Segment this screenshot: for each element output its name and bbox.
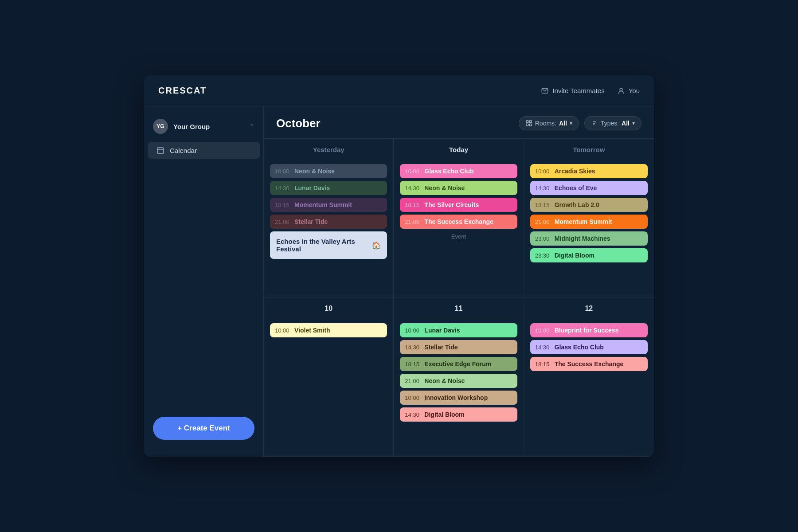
types-chevron-icon: ▾ xyxy=(632,120,635,126)
main-layout: YG Your Group ⌃ Calendar + Create Event … xyxy=(144,106,654,457)
sidebar-item-calendar[interactable]: Calendar xyxy=(148,142,260,159)
list-item[interactable]: 18:15 Executive Edge Forum xyxy=(400,357,517,371)
group-selector[interactable]: YG Your Group ⌃ xyxy=(144,114,263,138)
list-item[interactable]: 21:00 Momentum Summit xyxy=(530,215,648,229)
mail-icon xyxy=(541,87,549,95)
calendar-filters: Rooms: All ▾ Types: All ▾ xyxy=(519,116,642,130)
calendar-icon xyxy=(156,146,164,154)
today-col: Today 10:00 Glass Echo Club 14:30 Neon &… xyxy=(394,139,524,297)
sidebar-item-label: Calendar xyxy=(170,147,197,154)
rooms-filter[interactable]: Rooms: All ▾ xyxy=(519,116,579,130)
svg-rect-9 xyxy=(529,124,532,126)
svg-rect-2 xyxy=(157,148,164,154)
list-item[interactable]: 14:30 Glass Echo Club xyxy=(530,340,648,354)
list-item[interactable]: 21:00 The Success Exchange xyxy=(400,215,517,229)
list-item[interactable]: 18:15 Momentum Summit xyxy=(270,198,387,212)
rooms-value: All xyxy=(559,120,567,127)
app-window: CRESCAT Invite Teammates You YG Your Gro… xyxy=(144,75,654,457)
invite-label: Invite Teammates xyxy=(552,87,604,94)
chevron-icon: ⌃ xyxy=(249,123,254,130)
festival-name: Echoes in the Valley Arts Festival xyxy=(276,238,372,253)
group-avatar: YG xyxy=(153,119,168,134)
rooms-chevron-icon: ▾ xyxy=(570,120,572,126)
list-item[interactable]: 14:30 Echoes of Eve xyxy=(530,181,648,195)
sidebar-bottom: + Create Event xyxy=(144,408,263,449)
calendar-title: October xyxy=(276,117,321,130)
types-label: Types: xyxy=(601,120,619,127)
list-item[interactable]: 14:30 Digital Bloom xyxy=(400,407,517,422)
calendar-row-1: Yesterday 10:00 Neon & Noise 14:30 Lunar… xyxy=(264,139,654,297)
types-icon xyxy=(591,120,598,127)
invite-teammates-button[interactable]: Invite Teammates xyxy=(541,87,604,95)
list-item[interactable]: 10:00 Glass Echo Club xyxy=(400,164,517,178)
svg-rect-6 xyxy=(526,121,528,123)
list-item[interactable]: 10:00 Arcadia Skies xyxy=(530,164,648,178)
festival-banner[interactable]: Echoes in the Valley Arts Festival 🏠 xyxy=(270,231,387,259)
day12-col: 12 10:00 Blueprint for Success 14:30 Gla… xyxy=(524,297,654,456)
rooms-icon xyxy=(525,120,532,127)
calendar-area: October Rooms: All ▾ Types: All ▾ xyxy=(264,106,654,457)
user-button[interactable]: You xyxy=(617,87,640,95)
top-bar-actions: Invite Teammates You xyxy=(541,87,640,95)
list-item[interactable]: 21:00 Neon & Noise xyxy=(400,374,517,388)
day10-header: 10 xyxy=(270,305,387,317)
event-label: Event xyxy=(400,231,517,243)
calendar-header: October Rooms: All ▾ Types: All ▾ xyxy=(264,106,654,138)
list-item[interactable]: 18:15 The Success Exchange xyxy=(530,357,648,371)
svg-rect-8 xyxy=(526,124,528,126)
festival-icon: 🏠 xyxy=(372,241,381,250)
user-icon xyxy=(617,87,625,95)
day10-col: 10 10:00 Violet Smith xyxy=(264,297,394,456)
app-logo: CRESCAT xyxy=(158,86,207,96)
list-item[interactable]: 21:00 Stellar Tide xyxy=(270,215,387,229)
day11-header: 11 xyxy=(400,305,517,317)
list-item[interactable]: 10:00 Innovation Workshop xyxy=(400,391,517,405)
list-item[interactable]: 10:00 Neon & Noise xyxy=(270,164,387,178)
today-header: Today xyxy=(400,146,517,158)
list-item[interactable]: 14:30 Neon & Noise xyxy=(400,181,517,195)
svg-rect-7 xyxy=(529,121,532,123)
types-filter[interactable]: Types: All ▾ xyxy=(584,116,642,130)
rooms-label: Rooms: xyxy=(535,120,556,127)
yesterday-col: Yesterday 10:00 Neon & Noise 14:30 Lunar… xyxy=(264,139,394,297)
list-item[interactable]: 10:00 Violet Smith xyxy=(270,323,387,337)
list-item[interactable]: 18:15 Growth Lab 2.0 xyxy=(530,198,648,212)
top-bar: CRESCAT Invite Teammates You xyxy=(144,75,654,106)
svg-point-1 xyxy=(620,88,622,91)
calendar-grid: Yesterday 10:00 Neon & Noise 14:30 Lunar… xyxy=(264,138,654,457)
yesterday-header: Yesterday xyxy=(270,146,387,158)
list-item[interactable]: 23:30 Digital Bloom xyxy=(530,248,648,262)
day11-col: 11 10:00 Lunar Davis 14:30 Stellar Tide … xyxy=(394,297,524,456)
calendar-row-2: 10 10:00 Violet Smith 11 10:00 Lunar Dav… xyxy=(264,297,654,457)
day12-header: 12 xyxy=(530,305,648,317)
user-label: You xyxy=(629,87,640,94)
sidebar: YG Your Group ⌃ Calendar + Create Event xyxy=(144,106,264,457)
tomorrow-header: Tomorrow xyxy=(530,146,648,158)
create-event-button[interactable]: + Create Event xyxy=(153,417,254,440)
tomorrow-col: Tomorrow 10:00 Arcadia Skies 14:30 Echoe… xyxy=(524,139,654,297)
group-initials: YG xyxy=(156,123,164,129)
list-item[interactable]: 23:00 Midnight Machines xyxy=(530,231,648,246)
list-item[interactable]: 14:30 Stellar Tide xyxy=(400,340,517,354)
list-item[interactable]: 18:15 The Silver Circuits xyxy=(400,198,517,212)
types-value: All xyxy=(622,120,630,127)
list-item[interactable]: 10:00 Blueprint for Success xyxy=(530,323,648,337)
list-item[interactable]: 10:00 Lunar Davis xyxy=(400,323,517,337)
group-name: Your Group xyxy=(173,123,244,130)
list-item[interactable]: 14:30 Lunar Davis xyxy=(270,181,387,195)
